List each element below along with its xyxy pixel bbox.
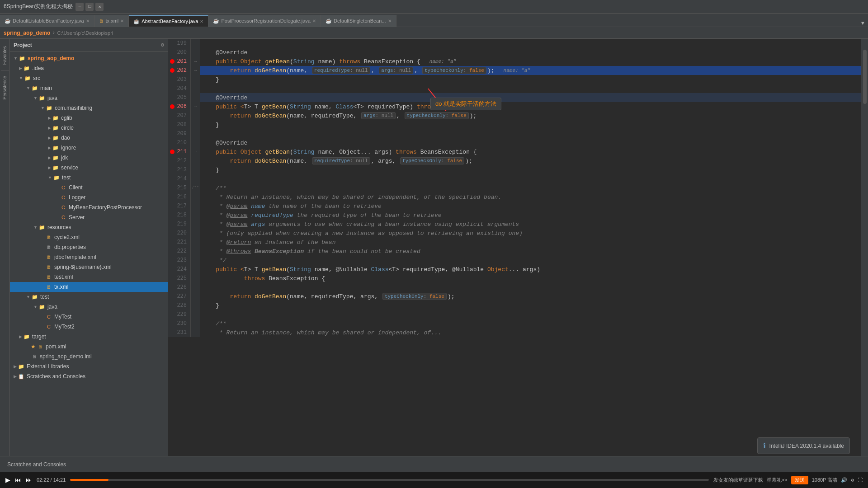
tree-item-idea[interactable]: ▶ 📁 .idea — [10, 63, 168, 73]
tree-label: MyBeanFactoryPostProcessor — [69, 204, 142, 211]
tree-item-pomxml[interactable]: ★ 🗎 pom.xml — [10, 342, 168, 352]
quality-button[interactable]: 1080P 高清 — [812, 477, 838, 483]
next-button[interactable]: ⏭ — [26, 476, 32, 483]
code-line-216: * Return an instance, which may be share… — [200, 192, 861, 202]
line-221: 221 — [168, 238, 190, 247]
expand-icon: ▶ — [19, 334, 22, 339]
tree-item-cycle2xml[interactable]: 🗎 cycle2.xml — [10, 232, 168, 242]
tree-label: service — [61, 164, 78, 171]
code-line-210: @Override — [200, 138, 861, 147]
code-lines: @Override public Object getBean ( String… — [200, 39, 861, 337]
tree-item-logger[interactable]: C Logger — [10, 192, 168, 202]
scrollbar-thumb[interactable] — [863, 50, 867, 104]
tree-label: spring_aop_demo.iml — [40, 353, 92, 360]
play-button[interactable]: ▶ — [5, 476, 10, 483]
tab-close-button-3[interactable]: ✕ — [200, 19, 203, 24]
tree-item-iml[interactable]: 🗎 spring_aop_demo.iml — [10, 352, 168, 361]
tree-label: circle — [61, 125, 74, 131]
line-217: 217 — [168, 202, 190, 211]
tree-item-txxml[interactable]: 🗎 tx.xml — [10, 282, 168, 292]
progress-fill — [70, 479, 108, 481]
tree-item-cglib[interactable]: ▶ 📁 cglib — [10, 113, 168, 123]
tab-abstractbeanfactory[interactable]: ☕ AbstractBeanFactory.java ✕ — [129, 15, 208, 27]
folder-icon: 📁 — [52, 144, 59, 151]
tab-close-button-5[interactable]: ✕ — [388, 19, 392, 23]
tree-item-java[interactable]: ▼ 📁 java — [10, 93, 168, 103]
tree-item-jdk[interactable]: ▶ 📁 jdk — [10, 153, 168, 163]
prev-button[interactable]: ⏮ — [15, 476, 21, 483]
fullscreen-icon[interactable]: ⛶ — [858, 477, 863, 483]
settings-icon[interactable]: ⚙ — [851, 477, 854, 483]
tab-close-button[interactable]: ✕ — [86, 19, 90, 23]
tree-label: External Libraries — [27, 363, 69, 370]
tree-item-testxml[interactable]: 🗎 test.xml — [10, 272, 168, 282]
folder-icon: 📁 — [23, 333, 30, 340]
expand-icon: ▼ — [33, 305, 38, 309]
tree-item-jdbctemplate[interactable]: 🗎 jdbcTemplate.xml — [10, 252, 168, 262]
tree-item-src-test[interactable]: ▼ 📁 test — [10, 292, 168, 302]
tree-item-spring-username[interactable]: 🗎 spring-${username}.xml — [10, 262, 168, 272]
folder-icon: 📁 — [31, 84, 38, 92]
folder-icon: 📁 — [24, 75, 31, 82]
maximize-button[interactable]: □ — [85, 3, 94, 11]
tree-item-main[interactable]: ▼ 📁 main — [10, 83, 168, 93]
close-button[interactable]: ✕ — [95, 3, 104, 11]
tree-item-test-java[interactable]: ▼ 📁 java — [10, 302, 168, 312]
tab-txxml[interactable]: 🗎 tx.xml ✕ — [94, 15, 129, 27]
notification-text: IntelliJ IDEA 2020.1.4 available — [769, 443, 844, 449]
tab-java-icon: ☕ — [133, 19, 140, 24]
tree-item-ignore[interactable]: ▶ 📁 ignore — [10, 143, 168, 153]
progress-bar[interactable] — [70, 479, 709, 481]
editor-content[interactable]: 199 200 201 202 203 204 205 206 207 208 … — [168, 39, 861, 456]
minimize-button[interactable]: ─ — [75, 3, 84, 11]
class-icon-5: C — [45, 313, 52, 320]
tab-defaultlistablebean[interactable]: ☕ DefaultListableBeanFactory.java ✕ — [0, 15, 94, 27]
code-line-209 — [200, 129, 861, 138]
line-220: 220 — [168, 229, 190, 238]
bottom-panel: Scratches and Consoles — [0, 456, 868, 472]
tab-defaultsingleton[interactable]: ☕ DefaultSingletonBean... ✕ — [321, 15, 396, 27]
tab-close-button-2[interactable]: ✕ — [120, 19, 124, 23]
project-sidebar: Project ⚙ ▼ 📁 spring_aop_demo ▶ 📁 .idea … — [10, 39, 168, 456]
tree-item-dbprops[interactable]: 🗎 db.properties — [10, 242, 168, 252]
tree-item-root[interactable]: ▼ 📁 spring_aop_demo — [10, 53, 168, 63]
tree-item-mybeanfactory[interactable]: C MyBeanFactoryPostProcessor — [10, 202, 168, 212]
folder-icon: 📁 — [23, 65, 30, 72]
tab-postprocessor[interactable]: ☕ PostProcessorRegistrationDelegate.java… — [208, 15, 321, 27]
gutter-arrow-206: → — [191, 102, 200, 111]
tree-item-target[interactable]: ▶ 📁 target — [10, 332, 168, 342]
tab-overflow-button[interactable]: ▼ — [861, 20, 864, 27]
tree-item-resources[interactable]: ▼ 📁 resources — [10, 222, 168, 232]
tree-item-mytest2[interactable]: C MyTest2 — [10, 322, 168, 332]
tree-item-scratches[interactable]: ▶ 📋 Scratches and Consoles — [10, 371, 168, 381]
bottom-tab-scratches[interactable]: Scratches and Consoles — [4, 459, 70, 469]
tree-item-com-masihibing[interactable]: ▼ 📁 com.masihibing — [10, 103, 168, 113]
tab-close-button-4[interactable]: ✕ — [312, 19, 316, 23]
gutter-arrow-211: → — [191, 147, 200, 156]
tree-item-src[interactable]: ▼ 📁 src — [10, 73, 168, 83]
persistence-label[interactable]: Persistence — [1, 72, 9, 103]
send-button[interactable]: 发送 — [791, 476, 808, 484]
tree-item-dao[interactable]: ▶ 📁 dao — [10, 133, 168, 143]
tree-item-client[interactable]: C Client — [10, 183, 168, 192]
expand-icon: ▼ — [26, 295, 30, 299]
tree-item-mytest[interactable]: C MyTest — [10, 312, 168, 322]
code-line-202: return doGetBean (name, requiredType: nu… — [200, 66, 861, 75]
volume-icon[interactable]: 🔊 — [841, 477, 847, 483]
xml-icon-5: 🗎 — [45, 283, 52, 291]
file-tree[interactable]: ▼ 📁 spring_aop_demo ▶ 📁 .idea ▼ 📁 src ▼ … — [10, 52, 168, 456]
tree-label: spring_aop_demo — [28, 55, 74, 61]
gear-icon[interactable]: ⚙ — [161, 42, 164, 48]
tree-item-server[interactable]: C Server — [10, 212, 168, 222]
tree-item-test-folder[interactable]: ▼ 📁 test — [10, 173, 168, 183]
line-230: 230 — [168, 319, 190, 328]
xml-icon: 🗎 — [45, 234, 52, 241]
tree-item-circle[interactable]: ▶ 📁 circle — [10, 123, 168, 133]
tree-item-external-libs[interactable]: ▶ 📁 External Libraries — [10, 361, 168, 371]
barrage-button[interactable]: 弹幕礼>> — [767, 477, 788, 483]
expand-icon: ▼ — [19, 76, 23, 80]
tree-item-service[interactable]: ▶ 📁 service — [10, 163, 168, 173]
favorites-label[interactable]: Favorites — [1, 42, 9, 68]
param-hint-typecheckonly-212: typeCheckOnly: false — [400, 157, 464, 164]
editor-scrollbar[interactable] — [861, 39, 868, 456]
